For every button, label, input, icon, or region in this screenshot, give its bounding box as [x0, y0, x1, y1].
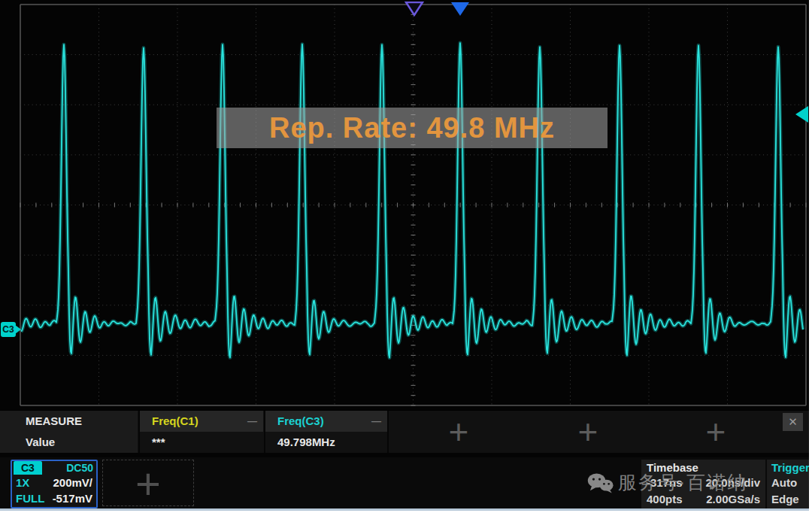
- trigger-level-marker-icon[interactable]: [795, 106, 808, 123]
- trigger-mode: Auto: [771, 475, 809, 491]
- trigger-position-marker-icon[interactable]: [404, 2, 424, 17]
- measurement-value: ***: [140, 432, 263, 453]
- add-measurement-button[interactable]: +: [550, 411, 626, 453]
- scope-screen: Rep. Rate: 49.8 MHz C3 MEASURE Value Fre…: [0, 0, 809, 508]
- remove-measurement-icon[interactable]: —: [247, 411, 257, 432]
- remove-measurement-icon[interactable]: —: [371, 411, 381, 432]
- trigger-title: Trigger: [771, 460, 809, 475]
- graticule: [20, 5, 806, 405]
- channel-attenuation: 1X: [16, 475, 29, 490]
- waveform-display: [0, 0, 809, 410]
- channel-ground-label: C3: [1, 322, 16, 337]
- trigger-delay-marker-icon[interactable]: [450, 2, 470, 17]
- trigger-panel[interactable]: Trigger Auto Edge: [767, 460, 809, 508]
- channel-offset: -517mV: [53, 490, 92, 506]
- measurement-freq-c1[interactable]: Freq(C1) — ***: [138, 411, 263, 453]
- channel-volts-per-div: 200mV/: [53, 475, 92, 490]
- channel-ground-marker[interactable]: C3: [0, 322, 23, 337]
- close-measure-panel-button[interactable]: ✕: [783, 413, 803, 431]
- wechat-icon: [586, 472, 614, 494]
- wechat-watermark: 服务号·百诺纳: [586, 470, 747, 495]
- rep-rate-annotation: Rep. Rate: 49.8 MHz: [217, 108, 607, 148]
- channel-bandwidth: FULL: [16, 490, 44, 506]
- measurement-value: 49.798MHz: [265, 432, 387, 453]
- rep-rate-text: Rep. Rate: 49.8 MHz: [269, 112, 555, 144]
- channel-name-tab[interactable]: C3: [14, 461, 42, 475]
- channel-coupling: DC50: [66, 461, 96, 475]
- measurement-label: Freq(C1): [152, 411, 198, 432]
- screen-bottom-edge: [0, 508, 809, 511]
- measure-panel: MEASURE Value Freq(C1) — *** Freq(C3) — …: [0, 410, 809, 453]
- waveform-trace-glow: [21, 43, 803, 358]
- channel-c3-box[interactable]: C3 DC50 1X 200mV/ FULL -517mV: [11, 460, 98, 508]
- add-channel-button[interactable]: +: [102, 460, 194, 506]
- add-measurement-button[interactable]: +: [678, 411, 753, 453]
- trigger-type: Edge: [771, 491, 809, 508]
- watermark-text: 服务号·百诺纳: [618, 470, 747, 495]
- measurement-label: Freq(C3): [277, 411, 324, 432]
- measure-title-cell: MEASURE Value: [0, 411, 138, 453]
- status-bar: C3 DC50 1X 200mV/ FULL -517mV + Timebase…: [0, 457, 809, 508]
- add-measurement-button[interactable]: +: [421, 411, 496, 453]
- oscilloscope-screenshot: Rep. Rate: 49.8 MHz C3 MEASURE Value Fre…: [0, 0, 812, 513]
- measure-panel-title: MEASURE: [0, 411, 138, 432]
- channel-ground-arrow-icon: [15, 325, 21, 334]
- measure-value-label: Value: [0, 432, 138, 453]
- measurement-freq-c3[interactable]: Freq(C3) — 49.798MHz: [264, 411, 389, 453]
